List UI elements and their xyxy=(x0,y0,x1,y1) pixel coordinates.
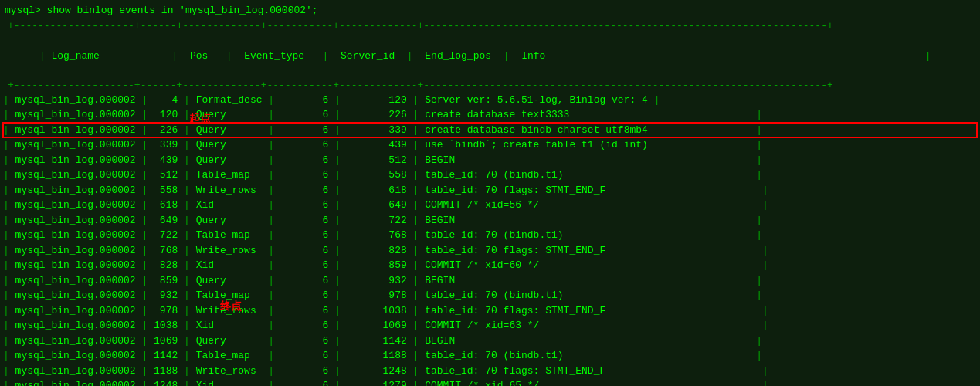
table-row: | mysql_bin_log.000002 | 226 | Query | 6… xyxy=(3,123,977,138)
table-row: | mysql_bin_log.000002 | 1188 | Write_ro… xyxy=(3,364,977,379)
table-row: | mysql_bin_log.000002 | 618 | Xid | 6 |… xyxy=(3,198,977,213)
col-info: Info xyxy=(515,50,919,62)
table-wrapper: +--------------------+------+-----------… xyxy=(0,19,980,386)
table-row: | mysql_bin_log.000002 | 1142 | Table_ma… xyxy=(3,348,977,364)
col-serverid: Server_id xyxy=(334,50,401,62)
table-row: | mysql_bin_log.000002 | 932 | Table_map… xyxy=(3,288,977,303)
annotation-end: 终点 xyxy=(220,300,242,313)
table-row: | mysql_bin_log.000002 | 1248 | Xid | 6 … xyxy=(3,378,977,386)
table-row: | mysql_bin_log.000002 | 512 | Table_map… xyxy=(3,168,977,183)
command-line: mysql> show binlog events in 'mysql_bin_… xyxy=(0,3,980,18)
table-row: | mysql_bin_log.000002 | 558 | Write_row… xyxy=(3,183,977,198)
table-row: | mysql_bin_log.000002 | 649 | Query | 6… xyxy=(3,213,977,229)
rows-container: | mysql_bin_log.000002 | 4 | Format_desc… xyxy=(3,93,977,386)
separator-top: +--------------------+------+-----------… xyxy=(3,19,977,33)
annotation-start: 起点 xyxy=(189,112,211,126)
table-row: | mysql_bin_log.000002 | 768 | Write_row… xyxy=(3,243,977,259)
table-row: | mysql_bin_log.000002 | 859 | Query | 6… xyxy=(3,273,977,289)
table-row: | mysql_bin_log.000002 | 978 | Write_row… xyxy=(3,303,977,319)
terminal: mysql> show binlog events in 'mysql_bin_… xyxy=(0,0,980,386)
table-row: | mysql_bin_log.000002 | 1069 | Query | … xyxy=(3,334,977,349)
separator-mid: +--------------------+------+-----------… xyxy=(3,79,977,93)
table-row: | mysql_bin_log.000002 | 339 | Query | 6… xyxy=(3,137,977,153)
col-pos: Pos xyxy=(184,50,220,62)
col-endlogpos: End_log_pos xyxy=(419,50,497,62)
col-eventtype: Event_type xyxy=(238,50,316,62)
table-row: | mysql_bin_log.000002 | 722 | Table_map… xyxy=(3,228,977,243)
col-logname: Log_name xyxy=(51,50,165,62)
table-row: | mysql_bin_log.000002 | 4 | Format_desc… xyxy=(3,93,977,108)
table-row: | mysql_bin_log.000002 | 1038 | Xid | 6 … xyxy=(3,318,977,334)
table-row: | mysql_bin_log.000002 | 120 | Query | 6… xyxy=(3,107,977,123)
table-row: | mysql_bin_log.000002 | 828 | Xid | 6 |… xyxy=(3,258,977,273)
table-row: | mysql_bin_log.000002 | 439 | Query | 6… xyxy=(3,153,977,168)
